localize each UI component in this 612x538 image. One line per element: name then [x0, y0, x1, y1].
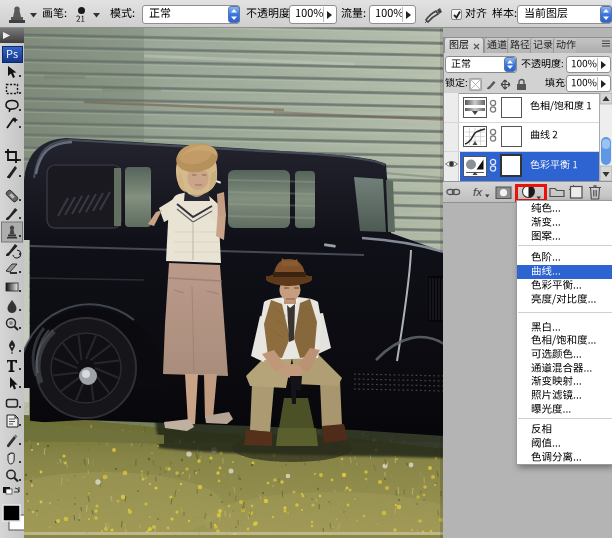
svg-text:fx: fx: [473, 186, 483, 198]
